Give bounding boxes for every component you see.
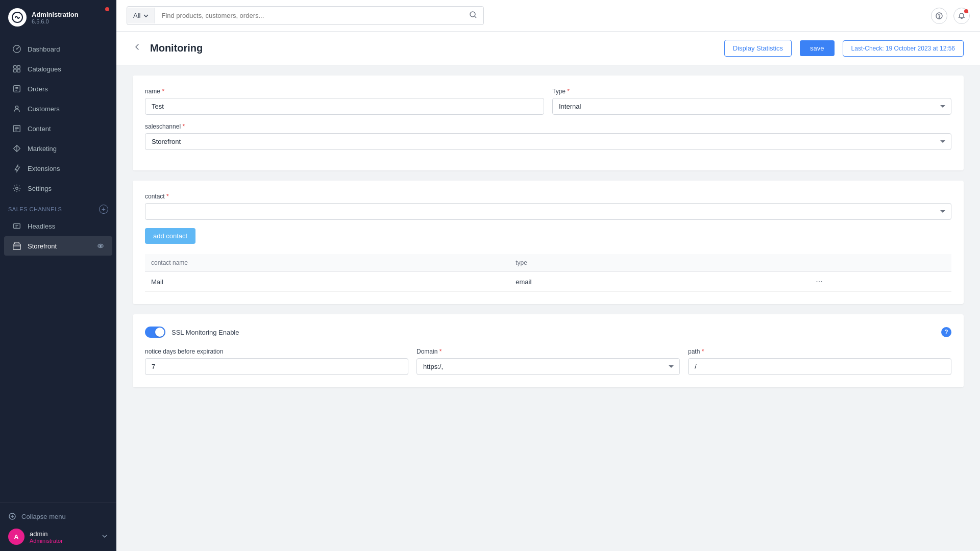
user-name: admin (30, 530, 63, 538)
ssl-toggle[interactable] (145, 327, 165, 338)
svg-rect-3 (14, 66, 16, 68)
back-arrow-icon (133, 42, 142, 52)
collapse-menu-button[interactable]: Collapse menu (8, 509, 108, 523)
type-required: * (567, 88, 570, 95)
page-title: Monitoring (150, 42, 716, 54)
sidebar-header: Administration 6.5.6.0 (0, 0, 116, 35)
name-required: * (162, 88, 164, 95)
contact-required: * (166, 193, 169, 200)
notification-badge (964, 9, 968, 13)
svg-rect-4 (17, 66, 20, 68)
path-input[interactable] (688, 358, 951, 375)
sidebar-item-label: Marketing (28, 145, 57, 153)
type-select[interactable]: Internal External (552, 98, 951, 115)
app-logo (8, 8, 27, 27)
type-field-group: Type * Internal External (552, 88, 951, 115)
sidebar-footer: Collapse menu A admin Administrator (0, 503, 116, 551)
sidebar-item-headless[interactable]: Headless (4, 216, 112, 236)
sidebar-item-content[interactable]: Content (4, 119, 112, 138)
app-version: 6.5.6.0 (32, 18, 79, 24)
sidebar-item-label: Headless (28, 222, 55, 230)
avatar: A (8, 529, 24, 545)
sidebar-item-label: Settings (28, 185, 52, 192)
sidebar-item-storefront[interactable]: Storefront (4, 236, 112, 256)
sidebar-item-label: Extensions (28, 165, 60, 172)
svg-rect-12 (13, 244, 20, 249)
contact-field-group: contact * (145, 193, 951, 220)
notifications-button[interactable] (953, 8, 970, 24)
saleschannel-required: * (182, 123, 185, 130)
type-cell: email (509, 272, 719, 292)
bell-icon (958, 12, 965, 19)
search-button[interactable] (463, 7, 483, 24)
domain-select[interactable]: https:/, (416, 358, 680, 375)
name-label: name * (145, 88, 544, 95)
type-label: Type * (552, 88, 951, 95)
dropdown-chevron-icon (143, 14, 149, 17)
search-type-dropdown[interactable]: All (127, 8, 155, 23)
path-label: path * (688, 348, 951, 355)
basic-info-section: name * Type * Internal External (133, 76, 964, 170)
svg-point-10 (16, 187, 18, 190)
col-type: type (509, 254, 719, 272)
ssl-fields-row: notice days before expiration Domain * h… (145, 348, 951, 375)
topbar: All (116, 0, 980, 32)
add-sales-channel-button[interactable]: + (99, 205, 108, 214)
contact-name-cell: Mail (145, 272, 509, 292)
contact-label: contact * (145, 193, 951, 200)
domain-label: Domain * (416, 348, 680, 355)
search-input[interactable] (155, 8, 463, 23)
sidebar-item-label: Dashboard (28, 45, 60, 53)
add-contact-button[interactable]: add contact (145, 228, 195, 244)
contact-row: contact * (145, 193, 951, 220)
name-input[interactable] (145, 98, 544, 115)
contact-table: contact name type Mail email ··· (145, 254, 951, 292)
user-menu-chevron[interactable] (101, 533, 108, 541)
sidebar-item-dashboard[interactable]: Dashboard (4, 39, 112, 59)
user-role: Administrator (30, 538, 63, 544)
sidebar-item-extensions[interactable]: Extensions (4, 159, 112, 178)
path-required: * (702, 348, 704, 355)
search-icon (469, 11, 477, 19)
ssl-help-button[interactable]: ? (941, 327, 951, 337)
user-info: A admin Administrator (8, 523, 108, 545)
back-button[interactable] (133, 42, 142, 54)
sidebar-item-orders[interactable]: Orders (4, 79, 112, 98)
row-actions-button[interactable]: ··· (816, 277, 822, 286)
sidebar-item-customers[interactable]: Customers (4, 99, 112, 118)
sidebar-item-label: Customers (28, 105, 60, 113)
saleschannel-label: saleschannel * (145, 123, 951, 130)
main-content: All (116, 0, 980, 551)
app-name: Administration (32, 11, 79, 18)
save-button[interactable]: save (800, 40, 834, 56)
search-wrapper: All (127, 6, 484, 25)
notice-days-label: notice days before expiration (145, 348, 408, 355)
sidebar-item-label: Catalogues (28, 65, 61, 73)
page-content: Monitoring Display Statistics save Last-… (116, 32, 980, 551)
sidebar: Administration 6.5.6.0 Dashboard Catalog… (0, 0, 116, 551)
action-cell-1 (719, 272, 810, 292)
contact-select[interactable] (145, 203, 951, 220)
notification-dot (105, 7, 109, 11)
ssl-toggle-label: SSL Monitoring Enable (172, 329, 239, 336)
notice-days-input[interactable] (145, 358, 408, 375)
sidebar-item-settings[interactable]: Settings (4, 179, 112, 198)
name-field-group: name * (145, 88, 544, 115)
page-header: Monitoring Display Statistics save Last-… (116, 32, 980, 65)
sales-channels-section: Sales Channels + (0, 198, 116, 216)
sidebar-item-catalogues[interactable]: Catalogues (4, 59, 112, 79)
contact-section: contact * add contact contact name type (133, 181, 964, 304)
action-cell-2: ··· (810, 272, 951, 292)
help-button[interactable] (931, 8, 947, 24)
svg-rect-6 (17, 69, 20, 72)
svg-point-16 (470, 12, 475, 17)
collapse-icon (8, 512, 16, 520)
svg-point-2 (16, 48, 18, 50)
svg-rect-5 (14, 69, 16, 72)
ssl-toggle-row: SSL Monitoring Enable ? (145, 327, 951, 338)
topbar-actions (931, 8, 970, 24)
sidebar-item-marketing[interactable]: Marketing (4, 139, 112, 158)
display-statistics-button[interactable]: Display Statistics (724, 40, 792, 57)
sidebar-nav: Dashboard Catalogues Orders (0, 35, 116, 503)
saleschannel-select[interactable]: Storefront Headless (145, 133, 951, 150)
